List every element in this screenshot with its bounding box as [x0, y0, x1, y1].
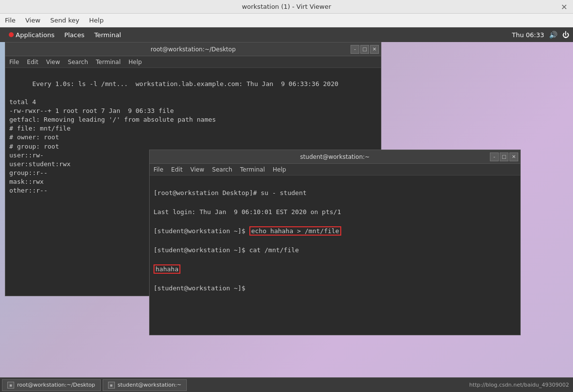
virt-viewer-menu-bar: File View Send key Help: [0, 14, 573, 27]
terminal-root-line-11: group::r--: [9, 169, 47, 176]
terminal-root-line-10: user:student:rwx: [9, 160, 70, 168]
volume-icon[interactable]: 🔊: [549, 31, 557, 39]
terminal-root-line-7: # owner: root: [9, 133, 59, 141]
terminal-root-line-4: -rw-rwxr--+ 1 root root 7 Jan 9 06:33 fi…: [9, 107, 174, 114]
menu-file[interactable]: File: [0, 15, 21, 26]
applications-icon: [9, 32, 14, 37]
terminal-root-line-1: Every 1.0s: ls -l /mnt... workstation.la…: [32, 80, 338, 87]
applications-label: Applications: [16, 31, 54, 39]
taskbar-item-root[interactable]: ▪ root@workstation:~/Desktop: [2, 379, 101, 391]
terminal-student-line-3-prefix: [student@workstation ~]$: [154, 227, 249, 235]
terminal-student-minimize[interactable]: -: [490, 152, 499, 161]
terminal-root-menu-help[interactable]: Help: [125, 58, 146, 66]
terminal-root-menu-file[interactable]: File: [5, 58, 23, 66]
applications-menu[interactable]: Applications: [4, 30, 59, 40]
taskbar-item-root-label: root@workstation:~/Desktop: [17, 382, 95, 388]
terminal-root-line-13: other::r--: [9, 187, 47, 194]
terminal-menu[interactable]: Terminal: [89, 30, 126, 40]
terminal-root-close[interactable]: ✕: [370, 45, 379, 54]
terminal-student-menu-edit[interactable]: Edit: [167, 165, 186, 174]
terminal-root-controls: - □ ✕: [351, 45, 379, 54]
terminal-student-menu-bar: File Edit View Search Terminal Help: [150, 164, 520, 175]
power-icon[interactable]: ⏻: [562, 31, 569, 39]
terminal-student-line-5: hahaha: [154, 264, 180, 274]
terminal-root-menu-bar: File Edit View Search Terminal Help: [5, 56, 381, 68]
places-menu[interactable]: Places: [59, 30, 89, 40]
taskbar-url: http://blog.csdn.net/baidu_49309002: [469, 382, 569, 388]
terminal-root-line-9: user::rw-: [9, 152, 44, 159]
terminal-root-menu-search[interactable]: Search: [64, 58, 92, 66]
terminal-root-maximize[interactable]: □: [360, 45, 369, 54]
menu-send-key[interactable]: Send key: [45, 15, 85, 26]
system-bar-left: Applications Places Terminal: [4, 30, 126, 40]
terminal-taskbar-icon-root: ▪: [7, 382, 14, 389]
window-title: workstation (1) - Virt Viewer: [242, 3, 331, 10]
taskbar: ▪ root@workstation:~/Desktop ▪ student@w…: [0, 377, 573, 392]
terminal-root-menu-edit[interactable]: Edit: [23, 58, 42, 66]
terminal-window-student: student@workstation:~ - □ ✕ File Edit Vi…: [149, 150, 521, 335]
terminal-root-minimize[interactable]: -: [351, 45, 359, 54]
terminal-student-line-4: [student@workstation ~]$ cat /mnt/file: [154, 246, 299, 254]
system-bar-right: Thu 06:33 🔊 ⏻: [512, 31, 569, 39]
terminal-student-title: student@workstation:~: [300, 153, 370, 160]
terminal-root-title-bar: root@workstation:~/Desktop - □ ✕: [5, 43, 381, 56]
terminal-root-menu-view[interactable]: View: [42, 58, 64, 66]
terminal-student-menu-help[interactable]: Help: [269, 165, 290, 174]
terminal-student-maximize[interactable]: □: [500, 152, 508, 161]
terminal-student-content: [root@workstation Desktop]# su - student…: [150, 175, 520, 335]
system-time: Thu 06:33: [512, 31, 544, 39]
menu-help[interactable]: Help: [84, 15, 109, 26]
terminal-label: Terminal: [94, 31, 121, 39]
terminal-student-controls: - □ ✕: [490, 152, 518, 161]
terminal-student-line-6: [student@workstation ~]$: [154, 284, 249, 292]
system-bar: Applications Places Terminal Thu 06:33 🔊…: [0, 27, 573, 42]
terminal-root-line-8: # group: root: [9, 143, 59, 150]
terminal-taskbar-icon-student: ▪: [108, 382, 115, 389]
taskbar-item-student-label: student@workstation:~: [118, 382, 181, 388]
terminal-student-line-1: [root@workstation Desktop]# su - student: [154, 189, 307, 196]
terminal-student-menu-search[interactable]: Search: [208, 165, 236, 174]
terminal-root-menu-terminal[interactable]: Terminal: [92, 58, 125, 66]
terminal-root-title: root@workstation:~/Desktop: [151, 46, 236, 53]
terminal-root-line-6: # file: mnt/file: [9, 125, 70, 132]
window-close-button[interactable]: ✕: [559, 2, 569, 11]
terminal-student-title-bar: student@workstation:~ - □ ✕: [150, 150, 520, 164]
terminal-root-line-5: getfacl: Removing leading '/' from absol…: [9, 116, 216, 123]
terminal-student-menu-terminal[interactable]: Terminal: [236, 165, 269, 174]
virt-viewer-title-bar: workstation (1) - Virt Viewer ✕: [0, 0, 573, 14]
terminal-student-line-3-cmd: echo hahaha > /mnt/file: [249, 226, 341, 236]
terminal-student-close[interactable]: ✕: [509, 152, 518, 161]
desktop-area: root@workstation:~/Desktop - □ ✕ File Ed…: [0, 42, 573, 377]
places-label: Places: [64, 31, 84, 39]
terminal-student-menu-view[interactable]: View: [186, 165, 208, 174]
terminal-root-line-3: total 4: [9, 98, 36, 106]
taskbar-item-student[interactable]: ▪ student@workstation:~: [103, 379, 187, 391]
menu-view[interactable]: View: [21, 15, 45, 26]
terminal-student-menu-file[interactable]: File: [150, 165, 167, 174]
terminal-student-line-2: Last login: Thu Jan 9 06:10:01 EST 2020 …: [154, 208, 341, 216]
terminal-root-line-12: mask::rwx: [9, 178, 44, 185]
